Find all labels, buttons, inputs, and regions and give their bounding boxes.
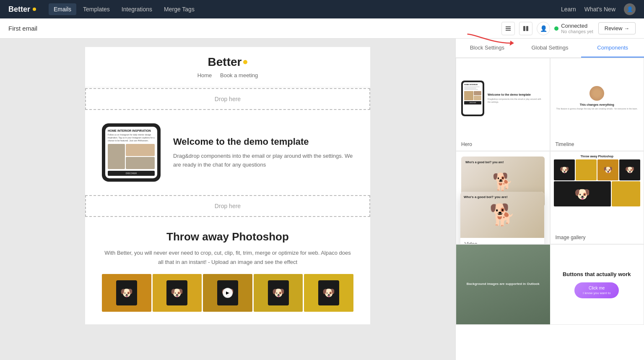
pug-img-play[interactable]: 🐶 ▶ [203, 274, 252, 312]
tab-global-settings[interactable]: Global Settings [519, 39, 582, 57]
drop-zone-2[interactable]: Drop here [85, 195, 370, 217]
email-canvas: Better Home Book a meeting Drop here HOM… [85, 47, 370, 324]
pug-gallery: 🐶 🐶 🐶 ▶ [102, 274, 353, 312]
email-header: Better Home Book a meeting [85, 47, 370, 87]
nav-learn[interactable]: Learn [561, 6, 576, 13]
phone-screen-body: Follow us on Instagram for daily interio… [108, 133, 155, 142]
preview-phone-screen: HOME INTERIOR [463, 82, 483, 115]
drop-zone-1[interactable]: Drop here [85, 88, 370, 110]
brand-logo[interactable]: Better [8, 5, 36, 14]
click-me-btn[interactable]: Click meI know you want to [574, 282, 619, 298]
tab-block-settings[interactable]: Block Settings [456, 39, 519, 57]
component-timeline-preview: This changes everything This feature is … [551, 58, 644, 138]
component-hero[interactable]: HOME INTERIOR [456, 58, 550, 151]
nav-items: Emails Templates Integrations Merge Tags [49, 3, 548, 15]
email-brand: Better [102, 55, 353, 69]
brand-dot [33, 8, 36, 11]
component-hero-preview: HOME INTERIOR [456, 58, 550, 138]
pug-img-1: 🐶 [102, 274, 151, 312]
hover-dog-text: Who's a good boi? you are! [464, 195, 508, 199]
photoshop-title: Throw away Photoshop [102, 230, 353, 243]
nav-whats-new[interactable]: What's New [584, 6, 615, 13]
component-buttons[interactable]: Background images are supported in Outlo… [456, 244, 644, 325]
hover-card-preview: 🐕 Who's a good boi? you are! [460, 192, 544, 238]
connection-status: Connected No changes yet [554, 23, 593, 34]
phone-image-row [108, 144, 155, 169]
dog-emoji: 🐕 [492, 172, 513, 192]
tab-components[interactable]: Components [581, 39, 644, 57]
email-brand-dot [243, 60, 247, 64]
nav-right: Learn What's New 👤 [561, 3, 636, 15]
hero-title: Welcome to the demo template [173, 136, 353, 148]
editor-right-controls: Connected No changes yet Review → [554, 22, 636, 34]
svg-rect-2 [506, 30, 511, 31]
top-nav: Better Emails Templates Integrations Mer… [0, 0, 644, 18]
connected-label: Connected [561, 23, 593, 29]
phone-discover: DISCOVER [108, 171, 155, 176]
pug-img-3: 🐶 [254, 274, 303, 312]
hover-card-label: Video [460, 238, 544, 244]
photoshop-body: With Better, you will never ever need to… [102, 248, 353, 267]
component-gallery-preview: Throw away Photoshop 🐶 🐶 🐶 🐶 [551, 151, 644, 231]
email-nav-home[interactable]: Home [197, 72, 212, 78]
phone-img-3 [126, 157, 155, 169]
video-hover-tooltip: 🐕 Who's a good boi? you are! Video [460, 192, 544, 244]
nav-item-integrations[interactable]: Integrations [117, 3, 157, 15]
main-layout: Better Home Book a meeting Drop here HOM… [0, 39, 644, 360]
svg-rect-1 [506, 28, 511, 29]
component-timeline-label: Timeline [551, 138, 644, 151]
phone-img-2 [126, 144, 155, 156]
phone-img-1 [108, 144, 125, 169]
pug-img-2: 🐶 [153, 274, 202, 312]
phone-screen-title: HOME INTERIOR INSPIRATION [108, 129, 155, 133]
buttons-bg-preview: Background images are supported in Outlo… [456, 245, 550, 324]
email-nav: Home Book a meeting [102, 72, 353, 78]
email-title: First email [8, 25, 497, 32]
email-brand-text: Better [208, 55, 242, 69]
drop-zone-1-label: Drop here [215, 96, 241, 102]
split-view-button[interactable] [519, 22, 532, 35]
pug-img-4: 🐶 [304, 274, 353, 312]
hero-text: Welcome to the demo template Drag&drop c… [173, 136, 353, 170]
nav-item-templates[interactable]: Templates [78, 3, 115, 15]
brand-name: Better [8, 5, 30, 14]
no-changes-label: No changes yet [561, 29, 593, 34]
svg-rect-4 [526, 26, 528, 31]
hero-section: HOME INTERIOR INSPIRATION Follow us on I… [85, 111, 370, 194]
nav-item-merge-tags[interactable]: Merge Tags [159, 3, 200, 15]
email-canvas-area[interactable]: Better Home Book a meeting Drop here HOM… [0, 39, 455, 360]
preview-gallery-inner: Throw away Photoshop 🐶 🐶 🐶 🐶 [551, 151, 644, 231]
email-nav-book[interactable]: Book a meeting [220, 72, 258, 78]
drop-zone-2-label: Drop here [215, 203, 241, 209]
components-grid: HOME INTERIOR [456, 58, 644, 244]
buttons-text-preview: Buttons that actually work Click meI kno… [550, 245, 644, 324]
connected-indicator [554, 26, 558, 31]
review-button[interactable]: Review → [598, 22, 636, 34]
photoshop-section: Throw away Photoshop With Better, you wi… [85, 218, 370, 324]
svg-rect-3 [523, 26, 525, 31]
preview-phone: HOME INTERIOR [461, 81, 484, 116]
phone-mockup: HOME INTERIOR INSPIRATION Follow us on I… [102, 123, 161, 182]
preview-hero-inner: HOME INTERIOR [456, 58, 550, 138]
preview-timeline-inner: This changes everything This feature is … [551, 58, 644, 138]
connection-text-block: Connected No changes yet [561, 23, 593, 34]
component-image-gallery[interactable]: Throw away Photoshop 🐶 🐶 🐶 🐶 I [550, 151, 644, 244]
phone-screen: HOME INTERIOR INSPIRATION Follow us on I… [105, 127, 157, 178]
svg-rect-0 [506, 26, 511, 27]
hero-body: Drag&drop components into the email or p… [173, 152, 353, 170]
component-timeline[interactable]: This changes everything This feature is … [550, 58, 644, 151]
preview-avatar [589, 86, 604, 101]
user-profile-button[interactable]: 👤 [537, 22, 550, 35]
buttons-title: Buttons that actually work [557, 271, 637, 277]
component-gallery-label: Image gallery [551, 231, 644, 244]
buttons-component-inner: Background images are supported in Outlo… [456, 245, 644, 324]
component-video[interactable]: 🐕 Who's a good boi? you are! Video 🐕 Who… [456, 151, 550, 244]
user-avatar[interactable]: 👤 [624, 3, 636, 15]
list-view-button[interactable] [501, 22, 515, 35]
panel-tabs: Block Settings Global Settings Component… [456, 39, 644, 58]
right-panel: Block Settings Global Settings Component… [455, 39, 644, 360]
editor-bar: First email 👤 Connected No changes yet R… [0, 18, 644, 39]
component-hero-label: Hero [456, 138, 550, 151]
nav-item-emails[interactable]: Emails [49, 3, 76, 15]
